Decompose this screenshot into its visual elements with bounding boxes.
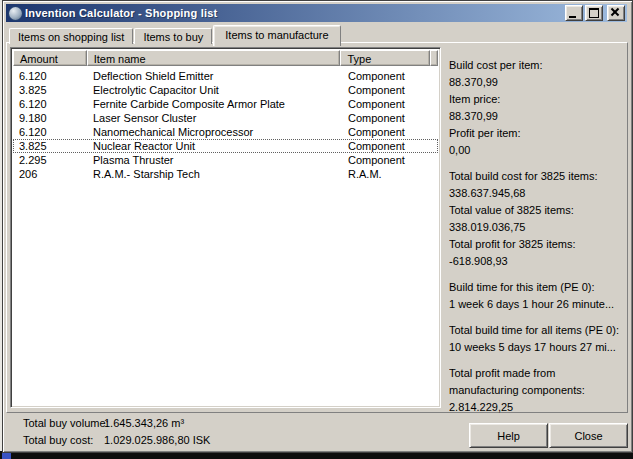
- window-title: Invention Calculator - Shopping list: [25, 7, 565, 19]
- table-row[interactable]: 9.180Laser Sensor ClusterComponent: [13, 111, 438, 125]
- info-line: 1 week 6 days 1 hour 26 minute...: [449, 296, 625, 313]
- total-buy-volume-label: Total buy volume:: [23, 417, 109, 429]
- table-row[interactable]: 2.295Plasma ThrusterComponent: [13, 153, 438, 167]
- info-line: Total profit for 3825 items:: [449, 236, 625, 253]
- invention-calculator-window: Invention Calculator - Shopping list Ite…: [2, 0, 633, 453]
- cell-type: Component: [342, 111, 432, 125]
- column-header-item-name[interactable]: Item name: [87, 50, 341, 66]
- item-info-panel: Build cost per item:88.370,99Item price:…: [449, 57, 625, 425]
- cell-type: Component: [342, 83, 432, 97]
- info-line: 88.370,99: [449, 108, 625, 125]
- cell-amount: 3.825: [13, 139, 87, 153]
- maximize-button[interactable]: [585, 5, 603, 21]
- tab-items-on-shopping-list[interactable]: Items on shopping list: [9, 28, 133, 44]
- info-line: Build cost per item:: [449, 57, 625, 74]
- info-line: Total profit made from: [449, 365, 625, 382]
- background-taskbar-fragment: [2, 452, 11, 459]
- table-row[interactable]: 3.825Electrolytic Capacitor UnitComponen…: [13, 83, 438, 97]
- cell-amount: 6.120: [13, 69, 87, 83]
- tab-page-items-to-manufacture: Amount Item name Type 6.120Deflection Sh…: [6, 42, 628, 413]
- tab-items-to-manufacture[interactable]: Items to manufacture: [213, 25, 340, 46]
- help-button[interactable]: Help: [469, 423, 548, 448]
- cell-type: Component: [342, 153, 432, 167]
- info-line: Total build cost for 3825 items:: [449, 168, 625, 185]
- cell-name: Deflection Shield Emitter: [87, 69, 342, 83]
- info-line: 338.637.945,68: [449, 185, 625, 202]
- info-paragraph: Total build time for all items (PE 0):10…: [449, 322, 625, 356]
- info-line: 338.019.036,75: [449, 219, 625, 236]
- cell-type: Component: [342, 69, 432, 83]
- cell-name: Nanomechanical Microprocessor: [87, 125, 342, 139]
- cell-type: Component: [342, 97, 432, 111]
- info-line: Total value of 3825 items:: [449, 202, 625, 219]
- cell-name: Nuclear Reactor Unit: [87, 139, 342, 153]
- cell-amount: 206: [13, 167, 87, 181]
- close-button[interactable]: Close: [549, 423, 628, 448]
- title-bar[interactable]: Invention Calculator - Shopping list: [6, 4, 627, 22]
- total-buy-cost-value: 1.029.025.986,80 ISK: [104, 434, 210, 446]
- info-paragraph: Total profit made frommanufacturing comp…: [449, 365, 625, 416]
- table-row[interactable]: 6.120Nanomechanical MicroprocessorCompon…: [13, 125, 438, 139]
- info-line: 0,00: [449, 142, 625, 159]
- table-row[interactable]: 6.120Fernite Carbide Composite Armor Pla…: [13, 97, 438, 111]
- cell-name: R.A.M.- Starship Tech: [87, 167, 342, 181]
- info-line: Profit per item:: [449, 125, 625, 142]
- minimize-icon: [569, 16, 576, 18]
- desktop-background: Invention Calculator - Shopping list Ite…: [0, 0, 633, 459]
- info-line: -618.908,93: [449, 253, 625, 270]
- tab-strip: Items on shopping listItems to buyItems …: [9, 25, 342, 44]
- app-icon: [9, 7, 22, 20]
- total-buy-cost-label: Total buy cost:: [23, 434, 93, 446]
- close-window-button[interactable]: [607, 5, 625, 21]
- minimize-button[interactable]: [565, 5, 583, 21]
- cell-amount: 3.825: [13, 83, 87, 97]
- cell-amount: 9.180: [13, 111, 87, 125]
- table-row[interactable]: 3.825Nuclear Reactor UnitComponent: [13, 139, 438, 153]
- cell-name: Laser Sensor Cluster: [87, 111, 342, 125]
- cell-amount: 6.120: [13, 97, 87, 111]
- tab-items-to-buy[interactable]: Items to buy: [134, 28, 212, 44]
- total-buy-volume-value: 1.645.343,26 m³: [104, 417, 184, 429]
- info-line: manufacturing components:: [449, 382, 625, 399]
- maximize-icon: [589, 8, 599, 18]
- cell-type: Component: [342, 125, 432, 139]
- cell-name: Plasma Thruster: [87, 153, 342, 167]
- info-line: Total build time for all items (PE 0):: [449, 322, 625, 339]
- cell-amount: 6.120: [13, 125, 87, 139]
- info-line: Build time for this item (PE 0):: [449, 279, 625, 296]
- cell-type: Component: [342, 139, 432, 153]
- info-paragraph: Build cost per item:88.370,99Item price:…: [449, 57, 625, 159]
- info-paragraph: Build time for this item (PE 0):1 week 6…: [449, 279, 625, 313]
- cell-name: Electrolytic Capacitor Unit: [87, 83, 342, 97]
- info-line: 10 weeks 5 days 17 hours 27 mi...: [449, 339, 625, 356]
- cell-name: Fernite Carbide Composite Armor Plate: [87, 97, 342, 111]
- manufacture-items-list[interactable]: Amount Item name Type 6.120Deflection Sh…: [10, 47, 441, 408]
- info-line: 88.370,99: [449, 74, 625, 91]
- info-paragraph: Total build cost for 3825 items:338.637.…: [449, 168, 625, 270]
- info-line: Item price:: [449, 91, 625, 108]
- table-row[interactable]: 206R.A.M.- Starship TechR.A.M.: [13, 167, 438, 181]
- cell-amount: 2.295: [13, 153, 87, 167]
- column-header-type[interactable]: Type: [340, 50, 430, 66]
- list-header: Amount Item name Type: [13, 50, 438, 66]
- column-header-amount[interactable]: Amount: [13, 50, 87, 66]
- table-row[interactable]: 6.120Deflection Shield EmitterComponent: [13, 69, 438, 83]
- window-controls: [565, 5, 625, 21]
- info-line: 2.814.229,25: [449, 399, 625, 416]
- cell-type: R.A.M.: [342, 167, 432, 181]
- list-rows: 6.120Deflection Shield EmitterComponent3…: [13, 66, 438, 181]
- column-header-filler: [430, 50, 438, 66]
